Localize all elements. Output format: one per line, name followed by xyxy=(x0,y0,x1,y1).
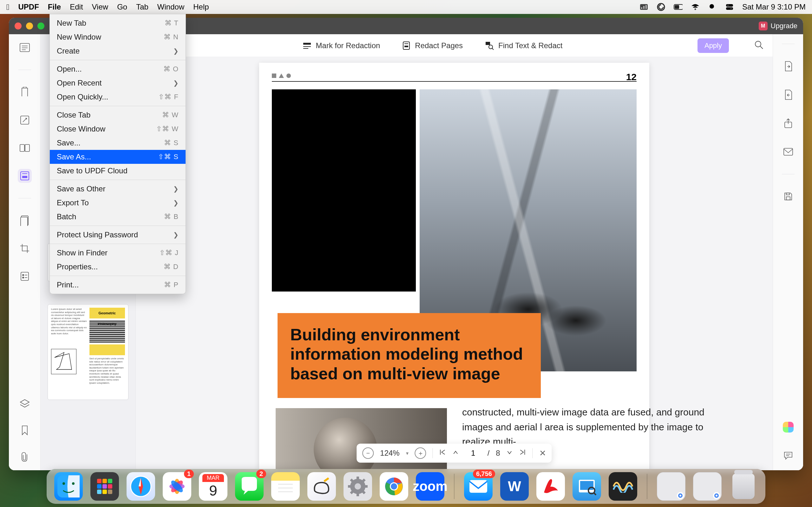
share-icon[interactable] xyxy=(782,117,795,130)
file-menu-item[interactable]: New Tab⌘ T xyxy=(50,16,186,30)
apple-menu-icon[interactable]:  xyxy=(6,2,9,12)
comment-tool-icon[interactable] xyxy=(18,85,32,99)
prev-page-button[interactable] xyxy=(453,449,459,458)
menu-help[interactable]: Help xyxy=(193,3,209,11)
dock-word-icon[interactable]: W xyxy=(500,472,529,501)
form-tool-icon[interactable] xyxy=(18,269,32,283)
menu-view[interactable]: View xyxy=(92,3,108,11)
dock-zoom-icon[interactable]: zoom xyxy=(416,472,444,501)
file-menu-item[interactable]: Save...⌘ S xyxy=(50,136,186,150)
ai-assistant-icon[interactable] xyxy=(782,421,795,434)
file-menu-item[interactable]: Save as Other❯ xyxy=(50,182,186,196)
thumbnail-page-3[interactable]: Lorem ipsum dolor sit amet consectetur a… xyxy=(48,304,129,400)
menu-tab[interactable]: Tab xyxy=(136,3,148,11)
file-menu-item[interactable]: Protect Using Password❯ xyxy=(50,228,186,242)
dock-preview-icon[interactable] xyxy=(572,472,601,501)
cal-day: 9 xyxy=(209,482,217,499)
dock-acrobat-icon[interactable] xyxy=(537,472,565,501)
redact-pages-button[interactable]: Redact Pages xyxy=(402,41,463,50)
zoom-level[interactable]: 124% xyxy=(380,449,399,458)
attachment-icon[interactable] xyxy=(18,450,32,464)
dock-finder-icon[interactable] xyxy=(54,472,83,501)
menu-file[interactable]: File xyxy=(48,3,61,11)
organize-pages-icon[interactable] xyxy=(18,141,32,155)
svg-line-83 xyxy=(351,491,353,493)
document-canvas[interactable]: 12 Building environment information mode… xyxy=(136,57,773,470)
dock-minimized-window-2[interactable] xyxy=(693,472,722,501)
dock-notes-icon[interactable] xyxy=(271,472,300,501)
next-page-button[interactable] xyxy=(507,449,513,458)
dock-photos-icon[interactable]: 1 xyxy=(163,472,191,501)
dock-launchpad-icon[interactable] xyxy=(90,472,119,501)
file-menu-item[interactable]: Close Window⇧⌘ W xyxy=(50,122,186,136)
menubar-clock[interactable]: Sat Mar 9 3:10 PM xyxy=(742,3,806,11)
file-menu-item[interactable]: Save As...⇧⌘ S xyxy=(50,150,186,164)
dock-settings-icon[interactable] xyxy=(344,472,372,501)
right-rail xyxy=(773,34,803,470)
crop-tool-icon[interactable] xyxy=(18,241,32,256)
dock-minimized-window-1[interactable] xyxy=(657,472,686,501)
close-pager-button[interactable]: ✕ xyxy=(539,448,546,458)
battery-icon[interactable] xyxy=(674,3,682,10)
wifi-icon[interactable] xyxy=(691,3,700,10)
file-menu-item[interactable]: Properties...⌘ D xyxy=(50,260,186,274)
redact-tool-icon[interactable] xyxy=(18,169,32,183)
comments-panel-icon[interactable] xyxy=(782,449,795,462)
menu-window[interactable]: Window xyxy=(157,3,184,11)
apply-button[interactable]: Apply xyxy=(698,38,729,53)
menubar-extra-icon[interactable] xyxy=(640,3,648,10)
dock-safari-icon[interactable] xyxy=(126,472,155,501)
file-menu-item[interactable]: Open Recent❯ xyxy=(50,76,186,90)
page-tools-icon[interactable] xyxy=(18,214,32,228)
file-menu-item[interactable]: Open Quickly...⇧⌘ F xyxy=(50,90,186,104)
app-name[interactable]: UPDF xyxy=(18,3,39,11)
last-page-button[interactable] xyxy=(519,449,526,458)
file-menu-item[interactable]: New Window⌘ N xyxy=(50,30,186,44)
dock-calendar-icon[interactable]: MAR9 xyxy=(199,472,227,501)
edit-tool-icon[interactable] xyxy=(18,113,32,127)
file-menu-item[interactable]: Save to UPDF Cloud xyxy=(50,164,186,178)
bookmark-icon[interactable] xyxy=(18,424,32,437)
search-icon[interactable] xyxy=(754,40,764,51)
mark-for-redaction-button[interactable]: Mark for Redaction xyxy=(303,41,380,50)
dock-mail-icon[interactable]: 6,756 xyxy=(464,472,493,501)
find-and-redact-button[interactable]: Find Text & Redact xyxy=(485,41,562,50)
dock-messages-icon[interactable]: 2 xyxy=(235,472,264,501)
page-total: 8 xyxy=(496,449,500,458)
svg-rect-55 xyxy=(97,479,101,483)
first-page-button[interactable] xyxy=(439,449,446,458)
zoom-out-button[interactable]: − xyxy=(362,447,374,459)
file-menu-item[interactable]: Close Tab⌘ W xyxy=(50,108,186,122)
dock-trash-icon[interactable] xyxy=(729,472,758,501)
zoom-dropdown-icon[interactable]: ▾ xyxy=(406,450,409,456)
redact-pages-icon xyxy=(402,41,410,50)
email-icon[interactable] xyxy=(782,146,795,158)
minimize-window-button[interactable] xyxy=(26,22,33,30)
menu-edit[interactable]: Edit xyxy=(70,3,83,11)
layers-icon[interactable] xyxy=(18,397,32,411)
save-file-icon[interactable] xyxy=(782,190,795,203)
svg-rect-57 xyxy=(108,479,112,483)
svg-rect-39 xyxy=(486,42,490,45)
file-menu-item[interactable]: Show in Finder⇧⌘ J xyxy=(50,246,186,260)
spotlight-icon[interactable] xyxy=(708,3,717,10)
import-file-icon[interactable] xyxy=(782,89,795,101)
upgrade-group[interactable]: M Upgrade xyxy=(759,21,798,31)
zoom-in-button[interactable]: ＋ xyxy=(415,447,426,459)
file-menu-item[interactable]: Open...⌘ O xyxy=(50,62,186,76)
file-menu-item[interactable]: Print...⌘ P xyxy=(50,278,186,292)
file-menu-item[interactable]: Batch⌘ B xyxy=(50,210,186,224)
dock-generic-app-icon[interactable] xyxy=(609,472,637,501)
export-file-icon[interactable] xyxy=(782,60,795,72)
dock-chrome-icon[interactable] xyxy=(380,472,408,501)
close-window-button[interactable] xyxy=(14,22,21,30)
file-menu-item[interactable]: Export To❯ xyxy=(50,196,186,210)
file-menu-item[interactable]: Create❯ xyxy=(50,44,186,58)
page-input[interactable] xyxy=(465,449,481,458)
control-center-icon[interactable] xyxy=(725,3,734,10)
dock-freeform-icon[interactable] xyxy=(307,472,336,501)
grammarly-icon[interactable] xyxy=(657,3,665,10)
maximize-window-button[interactable] xyxy=(38,22,44,30)
menu-go[interactable]: Go xyxy=(117,3,127,11)
reader-mode-icon[interactable] xyxy=(18,41,32,55)
